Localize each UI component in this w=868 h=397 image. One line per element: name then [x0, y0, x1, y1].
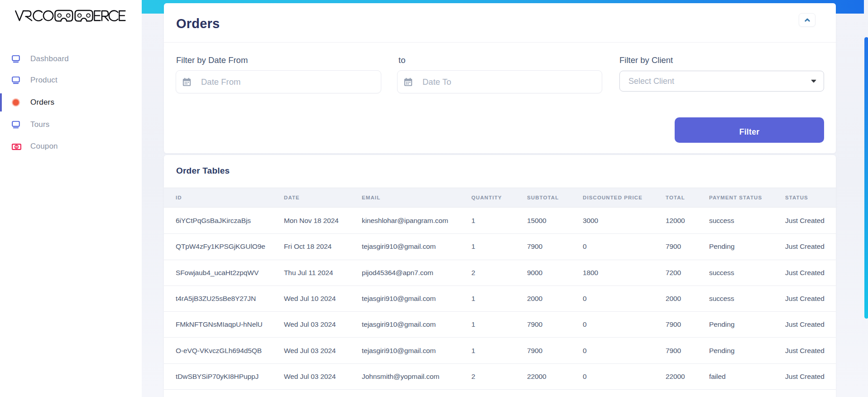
svg-text:1: 1 — [16, 145, 18, 148]
